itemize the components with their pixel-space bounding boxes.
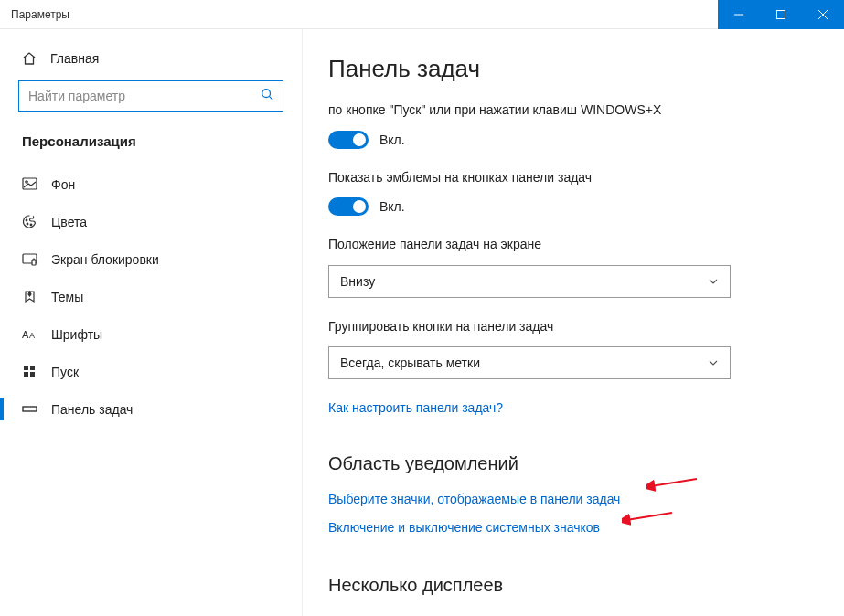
page-title: Панель задач [328, 55, 817, 83]
svg-rect-6 [23, 178, 37, 189]
home-icon [22, 51, 37, 66]
close-button[interactable] [802, 0, 844, 29]
home-label: Главная [50, 51, 99, 66]
nav-item-lockscreen[interactable]: Экран блокировки [18, 240, 283, 278]
nav-label: Шрифты [51, 327, 102, 342]
svg-line-5 [270, 97, 273, 101]
chevron-down-icon [708, 276, 719, 287]
maximize-button[interactable] [760, 0, 802, 29]
svg-point-7 [26, 181, 27, 183]
nav-item-taskbar[interactable]: Панель задач [18, 390, 283, 428]
setting-label: Положение панели задач на экране [328, 236, 817, 254]
palette-icon [22, 214, 37, 229]
toggle-state: Вкл. [379, 133, 405, 147]
nav-label: Пуск [51, 365, 79, 379]
svg-text:A: A [29, 331, 35, 340]
setting-grouping: Группировать кнопки на панели задач Всег… [328, 318, 817, 380]
link-system-icons[interactable]: Включение и выключение системных значков [328, 520, 600, 535]
nav-label: Экран блокировки [51, 252, 159, 267]
search-input[interactable] [28, 89, 261, 103]
window-title: Параметры [0, 8, 69, 21]
lockscreen-icon [22, 251, 37, 267]
select-value: Всегда, скрывать метки [340, 356, 480, 370]
minimize-button[interactable] [718, 0, 760, 29]
help-link[interactable]: Как настроить панели задач? [328, 400, 503, 415]
titlebar: Параметры [0, 0, 844, 29]
svg-rect-19 [23, 407, 37, 411]
home-nav[interactable]: Главная [18, 46, 283, 80]
fonts-icon: A A [22, 326, 37, 342]
select-grouping[interactable]: Всегда, скрывать метки [328, 346, 731, 379]
nav-label: Темы [51, 290, 83, 304]
svg-rect-16 [30, 366, 35, 370]
svg-rect-12 [32, 260, 36, 265]
search-icon [261, 88, 273, 104]
chevron-down-icon [708, 357, 719, 368]
svg-text:A: A [22, 329, 29, 340]
setting-label: по кнопке "Пуск" или при нажатии клавиш … [328, 101, 817, 120]
taskbar-icon [22, 401, 37, 417]
select-value: Внизу [340, 274, 375, 289]
svg-rect-15 [24, 366, 28, 370]
multidisplay-title: Несколько дисплеев [328, 575, 817, 596]
setting-position: Положение панели задач на экране Внизу [328, 236, 817, 298]
setting-label: Показать эмблемы на кнопках панели задач [328, 169, 817, 187]
nav-label: Фон [51, 177, 75, 192]
svg-point-8 [26, 219, 27, 221]
svg-rect-1 [777, 11, 785, 19]
svg-rect-17 [24, 372, 28, 377]
nav-item-colors[interactable]: Цвета [18, 203, 283, 240]
nav-item-start[interactable]: Пуск [18, 353, 283, 390]
toggle-badges[interactable] [328, 197, 369, 216]
svg-rect-18 [30, 372, 35, 377]
picture-icon [22, 176, 37, 192]
nav-label: Панель задач [51, 402, 133, 417]
nav-item-fonts[interactable]: A A Шрифты [18, 315, 283, 353]
select-position[interactable]: Внизу [328, 265, 731, 298]
nav-item-themes[interactable]: Темы [18, 278, 283, 315]
search-box[interactable] [18, 80, 283, 112]
nav-label: Цвета [51, 215, 87, 229]
svg-point-10 [30, 224, 32, 226]
svg-point-4 [262, 90, 271, 98]
setting-badges: Показать эмблемы на кнопках панели задач… [328, 169, 817, 217]
start-icon [22, 364, 37, 379]
window-controls [718, 0, 844, 28]
sidebar: Главная Персонализация Фон [0, 29, 302, 616]
setting-label: Группировать кнопки на панели задач [328, 318, 817, 336]
nav-item-background[interactable]: Фон [18, 165, 283, 203]
svg-point-9 [27, 223, 28, 225]
notification-area-title: Область уведомлений [328, 453, 817, 474]
toggle-state: Вкл. [379, 199, 405, 214]
content-area: Панель задач по кнопке "Пуск" или при на… [302, 29, 844, 616]
toggle-powermenu[interactable] [328, 131, 369, 149]
link-select-icons[interactable]: Выберите значки, отображаемые в панели з… [328, 492, 620, 506]
themes-icon [22, 289, 37, 304]
setting-powermenu: по кнопке "Пуск" или при нажатии клавиш … [328, 101, 817, 149]
category-title: Персонализация [18, 133, 283, 149]
